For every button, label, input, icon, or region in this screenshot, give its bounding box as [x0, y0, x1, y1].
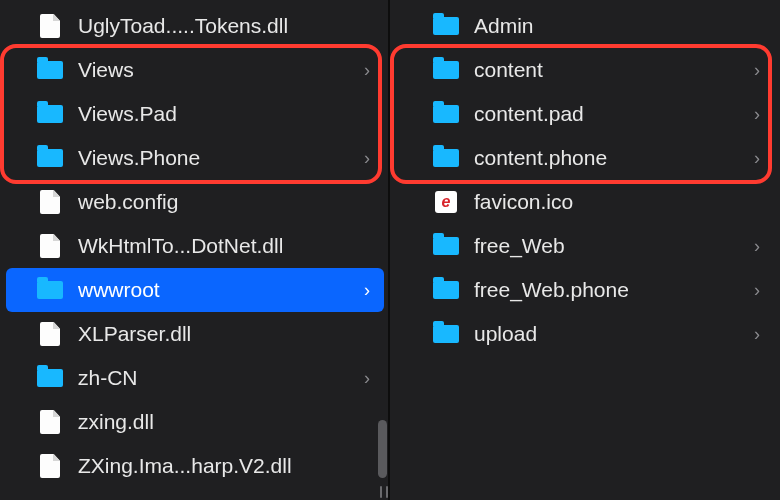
scrollbar-thumb[interactable] — [378, 420, 387, 478]
item-label: content — [474, 58, 746, 82]
item-label: web.config — [78, 190, 370, 214]
folder-icon — [432, 147, 460, 169]
folder-icon — [432, 279, 460, 301]
chevron-right-icon: › — [754, 236, 760, 257]
folder-icon — [36, 279, 64, 301]
item-label: Admin — [474, 14, 760, 38]
item-label: WkHtmlTo...DotNet.dll — [78, 234, 370, 258]
item-label: Views.Pad — [78, 102, 370, 126]
list-item[interactable]: wwwroot› — [6, 268, 384, 312]
right-column: Admincontent›content.pad›content.phone›e… — [390, 0, 780, 500]
list-item[interactable]: upload› — [396, 312, 774, 356]
folder-icon — [36, 147, 64, 169]
item-label: zxing.dll — [78, 410, 370, 434]
item-label: UglyToad.....Tokens.dll — [78, 14, 370, 38]
list-item[interactable]: ZXing.Ima...harp.V2.dll — [6, 444, 384, 488]
chevron-right-icon: › — [364, 148, 370, 169]
item-label: free_Web — [474, 234, 746, 258]
folder-icon — [432, 235, 460, 257]
folder-icon — [36, 103, 64, 125]
folder-icon — [36, 59, 64, 81]
list-item[interactable]: free_Web› — [396, 224, 774, 268]
chevron-right-icon: › — [364, 280, 370, 301]
item-label: XLParser.dll — [78, 322, 370, 346]
chevron-right-icon: › — [364, 368, 370, 389]
item-label: free_Web.phone — [474, 278, 746, 302]
list-item[interactable]: content.phone› — [396, 136, 774, 180]
file-icon — [36, 455, 64, 477]
list-item[interactable]: Admin — [396, 4, 774, 48]
file-icon — [36, 323, 64, 345]
list-item[interactable]: UglyToad.....Tokens.dll — [6, 4, 384, 48]
item-label: Views.Phone — [78, 146, 356, 170]
item-label: content.phone — [474, 146, 746, 170]
folder-icon — [432, 59, 460, 81]
item-label: upload — [474, 322, 746, 346]
chevron-right-icon: › — [754, 104, 760, 125]
chevron-right-icon: › — [754, 60, 760, 81]
list-item[interactable]: zxing.dll — [6, 400, 384, 444]
folder-icon — [432, 323, 460, 345]
chevron-right-icon: › — [364, 60, 370, 81]
item-label: wwwroot — [78, 278, 356, 302]
list-item[interactable]: Views› — [6, 48, 384, 92]
list-item[interactable]: web.config — [6, 180, 384, 224]
file-icon — [36, 15, 64, 37]
file-browser: UglyToad.....Tokens.dllViews›Views.PadVi… — [0, 0, 780, 500]
list-item[interactable]: content› — [396, 48, 774, 92]
folder-icon — [432, 103, 460, 125]
list-item[interactable]: XLParser.dll — [6, 312, 384, 356]
chevron-right-icon: › — [754, 324, 760, 345]
chevron-right-icon: › — [754, 148, 760, 169]
list-item[interactable]: free_Web.phone› — [396, 268, 774, 312]
list-item[interactable]: Views.Pad — [6, 92, 384, 136]
list-item[interactable]: Views.Phone› — [6, 136, 384, 180]
list-item[interactable]: zh-CN› — [6, 356, 384, 400]
file-icon — [36, 191, 64, 213]
item-label: ZXing.Ima...harp.V2.dll — [78, 454, 370, 478]
item-label: favicon.ico — [474, 190, 760, 214]
left-column: UglyToad.....Tokens.dllViews›Views.PadVi… — [0, 0, 390, 500]
list-item[interactable]: WkHtmlTo...DotNet.dll — [6, 224, 384, 268]
file-icon — [36, 411, 64, 433]
column-divider[interactable] — [388, 0, 390, 500]
item-label: Views — [78, 58, 356, 82]
chevron-right-icon: › — [754, 280, 760, 301]
list-item[interactable]: efavicon.ico — [396, 180, 774, 224]
item-label: content.pad — [474, 102, 746, 126]
list-item[interactable]: content.pad› — [396, 92, 774, 136]
folder-icon — [36, 367, 64, 389]
file-icon — [36, 235, 64, 257]
column-resize-handle[interactable] — [380, 486, 388, 498]
item-label: zh-CN — [78, 366, 356, 390]
favicon-icon: e — [432, 191, 460, 213]
folder-icon — [432, 15, 460, 37]
